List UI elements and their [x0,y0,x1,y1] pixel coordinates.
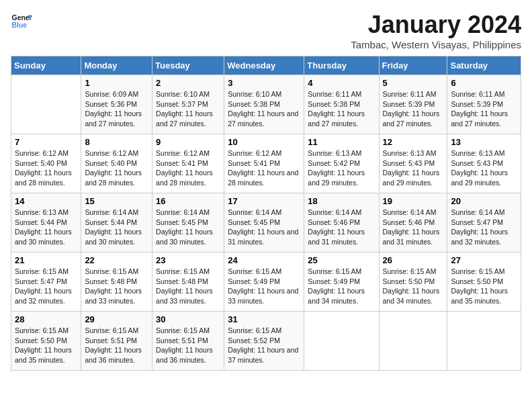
calendar-cell: 12Sunrise: 6:13 AMSunset: 5:43 PMDayligh… [379,134,447,193]
cell-info: Sunrise: 6:12 AMSunset: 5:41 PMDaylight:… [228,148,300,188]
cell-info: Sunrise: 6:15 AMSunset: 5:51 PMDaylight:… [156,326,220,365]
day-number: 29 [85,314,148,324]
calendar-cell [447,312,521,371]
day-number: 28 [15,314,77,324]
day-number: 1 [85,78,148,88]
cell-info: Sunrise: 6:09 AMSunset: 5:36 PMDaylight:… [85,89,148,129]
cell-info: Sunrise: 6:15 AMSunset: 5:49 PMDaylight:… [228,267,300,306]
day-number: 15 [85,196,148,206]
calendar-cell: 16Sunrise: 6:14 AMSunset: 5:45 PMDayligh… [152,193,224,253]
cell-info: Sunrise: 6:11 AMSunset: 5:39 PMDaylight:… [451,89,517,129]
week-row-5: 28Sunrise: 6:15 AMSunset: 5:50 PMDayligh… [11,312,521,371]
calendar-cell: 3Sunrise: 6:10 AMSunset: 5:38 PMDaylight… [224,75,304,134]
day-number: 8 [85,137,148,147]
day-number: 27 [451,255,517,265]
calendar-cell: 27Sunrise: 6:15 AMSunset: 5:50 PMDayligh… [447,253,521,312]
cell-info: Sunrise: 6:15 AMSunset: 5:47 PMDaylight:… [15,267,77,306]
day-number: 7 [15,137,77,147]
calendar-cell: 9Sunrise: 6:12 AMSunset: 5:41 PMDaylight… [152,134,224,193]
calendar-cell: 17Sunrise: 6:14 AMSunset: 5:45 PMDayligh… [224,193,304,253]
cell-info: Sunrise: 6:13 AMSunset: 5:42 PMDaylight:… [308,148,375,188]
cell-info: Sunrise: 6:12 AMSunset: 5:40 PMDaylight:… [85,148,148,188]
day-number: 21 [15,255,77,265]
calendar-cell: 25Sunrise: 6:15 AMSunset: 5:49 PMDayligh… [304,253,379,312]
calendar-cell: 24Sunrise: 6:15 AMSunset: 5:49 PMDayligh… [224,253,304,312]
cell-info: Sunrise: 6:14 AMSunset: 5:44 PMDaylight:… [85,208,148,247]
day-number: 31 [228,314,300,324]
calendar-cell: 26Sunrise: 6:15 AMSunset: 5:50 PMDayligh… [379,253,447,312]
cell-info: Sunrise: 6:14 AMSunset: 5:46 PMDaylight:… [308,208,375,247]
calendar-cell: 20Sunrise: 6:14 AMSunset: 5:47 PMDayligh… [447,193,521,253]
day-number: 11 [308,137,375,147]
calendar-cell [11,75,81,134]
calendar-cell: 15Sunrise: 6:14 AMSunset: 5:44 PMDayligh… [81,193,152,253]
cell-info: Sunrise: 6:11 AMSunset: 5:39 PMDaylight:… [383,89,444,129]
calendar-cell: 30Sunrise: 6:15 AMSunset: 5:51 PMDayligh… [152,312,224,371]
week-row-3: 14Sunrise: 6:13 AMSunset: 5:44 PMDayligh… [11,193,521,253]
calendar-cell: 7Sunrise: 6:12 AMSunset: 5:40 PMDaylight… [11,134,81,193]
calendar-cell: 21Sunrise: 6:15 AMSunset: 5:47 PMDayligh… [11,253,81,312]
day-number: 26 [383,255,444,265]
cell-info: Sunrise: 6:13 AMSunset: 5:43 PMDaylight:… [451,148,517,188]
cell-info: Sunrise: 6:14 AMSunset: 5:46 PMDaylight:… [383,208,444,247]
calendar-cell: 22Sunrise: 6:15 AMSunset: 5:48 PMDayligh… [81,253,152,312]
day-number: 23 [156,255,220,265]
header-cell-wednesday: Wednesday [224,56,304,75]
calendar-body: 1Sunrise: 6:09 AMSunset: 5:36 PMDaylight… [11,75,521,371]
calendar-header: SundayMondayTuesdayWednesdayThursdayFrid… [11,56,521,75]
header-cell-tuesday: Tuesday [152,56,224,75]
cell-info: Sunrise: 6:10 AMSunset: 5:37 PMDaylight:… [156,89,220,129]
calendar-cell: 14Sunrise: 6:13 AMSunset: 5:44 PMDayligh… [11,193,81,253]
calendar-cell: 19Sunrise: 6:14 AMSunset: 5:46 PMDayligh… [379,193,447,253]
header-cell-friday: Friday [379,56,447,75]
logo-icon: General Blue [11,11,32,32]
calendar-cell: 2Sunrise: 6:10 AMSunset: 5:37 PMDaylight… [152,75,224,134]
calendar-cell: 29Sunrise: 6:15 AMSunset: 5:51 PMDayligh… [81,312,152,371]
calendar-subtitle: Tambac, Western Visayas, Philippines [351,39,521,50]
calendar-cell: 1Sunrise: 6:09 AMSunset: 5:36 PMDaylight… [81,75,152,134]
day-number: 25 [308,255,375,265]
day-number: 6 [451,78,517,88]
day-number: 17 [228,196,300,206]
page-header: General Blue January 2024 Tambac, Wester… [11,11,521,50]
cell-info: Sunrise: 6:13 AMSunset: 5:44 PMDaylight:… [15,208,77,247]
day-number: 9 [156,137,220,147]
cell-info: Sunrise: 6:14 AMSunset: 5:45 PMDaylight:… [228,208,300,247]
day-number: 5 [383,78,444,88]
day-number: 30 [156,314,220,324]
day-number: 18 [308,196,375,206]
day-number: 13 [451,137,517,147]
logo: General Blue [11,11,32,32]
week-row-2: 7Sunrise: 6:12 AMSunset: 5:40 PMDaylight… [11,134,521,193]
day-number: 4 [308,78,375,88]
cell-info: Sunrise: 6:15 AMSunset: 5:52 PMDaylight:… [228,326,300,365]
cell-info: Sunrise: 6:15 AMSunset: 5:50 PMDaylight:… [451,267,517,306]
cell-info: Sunrise: 6:15 AMSunset: 5:51 PMDaylight:… [85,326,148,365]
cell-info: Sunrise: 6:11 AMSunset: 5:38 PMDaylight:… [308,89,375,129]
calendar-cell [304,312,379,371]
day-number: 20 [451,196,517,206]
cell-info: Sunrise: 6:15 AMSunset: 5:48 PMDaylight:… [156,267,220,306]
calendar-cell: 10Sunrise: 6:12 AMSunset: 5:41 PMDayligh… [224,134,304,193]
calendar-title: January 2024 [351,11,521,39]
day-number: 2 [156,78,220,88]
calendar-cell: 11Sunrise: 6:13 AMSunset: 5:42 PMDayligh… [304,134,379,193]
calendar-cell: 23Sunrise: 6:15 AMSunset: 5:48 PMDayligh… [152,253,224,312]
calendar-cell: 13Sunrise: 6:13 AMSunset: 5:43 PMDayligh… [447,134,521,193]
cell-info: Sunrise: 6:14 AMSunset: 5:47 PMDaylight:… [451,208,517,247]
cell-info: Sunrise: 6:12 AMSunset: 5:41 PMDaylight:… [156,148,220,188]
day-number: 14 [15,196,77,206]
title-block: January 2024 Tambac, Western Visayas, Ph… [351,11,521,50]
calendar-table: SundayMondayTuesdayWednesdayThursdayFrid… [11,56,521,371]
calendar-cell [379,312,447,371]
week-row-4: 21Sunrise: 6:15 AMSunset: 5:47 PMDayligh… [11,253,521,312]
header-row: SundayMondayTuesdayWednesdayThursdayFrid… [11,56,521,75]
calendar-cell: 31Sunrise: 6:15 AMSunset: 5:52 PMDayligh… [224,312,304,371]
day-number: 19 [383,196,444,206]
calendar-cell: 5Sunrise: 6:11 AMSunset: 5:39 PMDaylight… [379,75,447,134]
calendar-cell: 8Sunrise: 6:12 AMSunset: 5:40 PMDaylight… [81,134,152,193]
cell-info: Sunrise: 6:15 AMSunset: 5:48 PMDaylight:… [85,267,148,306]
day-number: 24 [228,255,300,265]
day-number: 10 [228,137,300,147]
cell-info: Sunrise: 6:13 AMSunset: 5:43 PMDaylight:… [383,148,444,188]
